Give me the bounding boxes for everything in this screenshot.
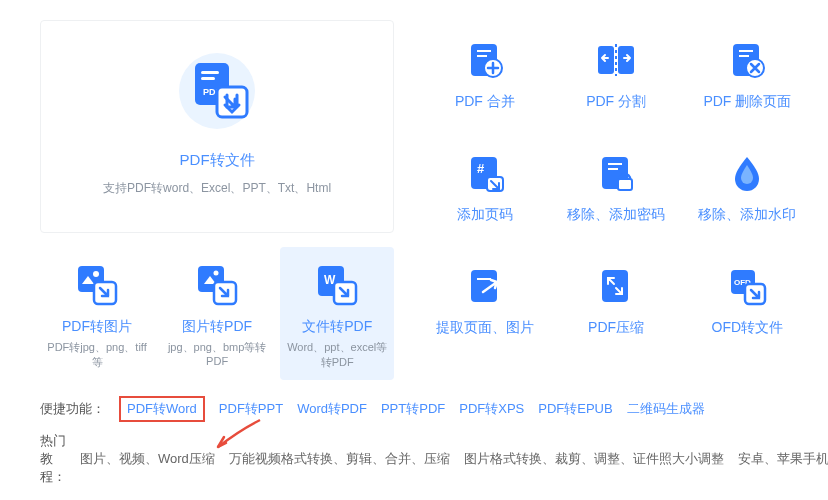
tutorial-link[interactable]: 图片、视频、Word压缩 xyxy=(80,450,215,468)
cell-label: 提取页面、图片 xyxy=(429,319,540,337)
card-subtitle: PDF转jpg、png、tiff等 xyxy=(45,340,149,370)
shortcut-qrcode[interactable]: 二维码生成器 xyxy=(627,400,705,418)
svg-rect-33 xyxy=(477,278,491,280)
shortcut-ppt-to-pdf[interactable]: PPT转PDF xyxy=(381,400,445,418)
svg-rect-22 xyxy=(739,50,753,52)
tutorials-label: 热门教程： xyxy=(40,432,66,486)
extract-card[interactable]: 提取页面、图片 xyxy=(424,246,545,349)
extract-icon xyxy=(429,261,540,311)
pdf-delete-page-card[interactable]: PDF 删除页面 xyxy=(687,20,808,123)
card-title: PDF转图片 xyxy=(45,318,149,336)
shortcuts-label: 便捷功能： xyxy=(40,400,105,418)
shortcut-word-to-pdf[interactable]: Word转PDF xyxy=(297,400,367,418)
pdf-to-image-card[interactable]: PDF转图片 PDF转jpg、png、tiff等 xyxy=(40,247,154,380)
password-icon xyxy=(560,148,671,198)
pdf-split-icon xyxy=(560,35,671,85)
tutorials-row: 热门教程： 图片、视频、Word压缩 万能视频格式转换、剪辑、合并、压缩 图片格… xyxy=(40,432,828,486)
svg-rect-16 xyxy=(477,50,491,52)
big-card-title: PDF转文件 xyxy=(61,151,373,170)
file-to-pdf-icon: W xyxy=(285,262,389,308)
cell-label: PDF 分割 xyxy=(560,93,671,111)
shortcut-pdf-to-xps[interactable]: PDF转XPS xyxy=(459,400,524,418)
pdf-to-file-icon: PDF xyxy=(61,51,373,131)
card-title: 图片转PDF xyxy=(165,318,269,336)
pdf-merge-card[interactable]: PDF 合并 xyxy=(424,20,545,123)
card-subtitle: jpg、png、bmp等转PDF xyxy=(165,340,269,367)
ofd-to-file-card[interactable]: OFD OFD转文件 xyxy=(687,246,808,349)
pdf-merge-icon xyxy=(429,35,540,85)
password-card[interactable]: 移除、添加密码 xyxy=(555,133,676,236)
pdf-compress-card[interactable]: PDF压缩 xyxy=(555,246,676,349)
tutorial-link[interactable]: 万能视频格式转换、剪辑、合并、压缩 xyxy=(229,450,450,468)
svg-rect-34 xyxy=(602,270,628,302)
shortcut-pdf-to-epub[interactable]: PDF转EPUB xyxy=(538,400,612,418)
svg-rect-2 xyxy=(201,71,219,74)
big-card-subtitle: 支持PDF转word、Excel、PPT、Txt、Html xyxy=(61,180,373,197)
pdf-compress-icon xyxy=(560,261,671,311)
shortcut-pdf-to-word[interactable]: PDF转Word xyxy=(119,396,205,422)
svg-point-10 xyxy=(214,271,219,276)
image-to-pdf-card[interactable]: 图片转PDF jpg、png、bmp等转PDF xyxy=(160,247,274,380)
cell-label: 移除、添加水印 xyxy=(692,206,803,224)
cell-label: PDF 合并 xyxy=(429,93,540,111)
tutorial-link[interactable]: 安卓、苹果手机投屏到 xyxy=(738,450,828,468)
ofd-to-file-icon: OFD xyxy=(692,261,803,311)
cell-label: PDF压缩 xyxy=(560,319,671,337)
svg-rect-30 xyxy=(608,168,618,170)
svg-text:#: # xyxy=(477,161,485,176)
shortcut-pdf-to-ppt[interactable]: PDF转PPT xyxy=(219,400,283,418)
svg-rect-19 xyxy=(598,46,614,74)
svg-rect-23 xyxy=(739,55,749,57)
svg-rect-29 xyxy=(608,163,622,165)
add-page-number-card[interactable]: # 添加页码 xyxy=(424,133,545,236)
pdf-to-image-icon xyxy=(45,262,149,308)
add-page-number-icon: # xyxy=(429,148,540,198)
shortcuts-row: 便捷功能： PDF转Word PDF转PPT Word转PDF PPT转PDF … xyxy=(40,396,828,422)
file-to-pdf-card[interactable]: W 文件转PDF Word、ppt、excel等转PDF xyxy=(280,247,394,380)
svg-point-7 xyxy=(93,271,99,277)
pdf-delete-page-icon xyxy=(692,35,803,85)
pdf-to-file-card[interactable]: PDF PDF转文件 支持PDF转word、Excel、PPT、Txt、Html xyxy=(40,20,394,233)
svg-rect-17 xyxy=(477,55,487,57)
cell-label: OFD转文件 xyxy=(692,319,803,337)
svg-rect-3 xyxy=(201,77,215,80)
cell-label: 移除、添加密码 xyxy=(560,206,671,224)
watermark-icon xyxy=(692,148,803,198)
svg-rect-20 xyxy=(618,46,634,74)
cell-label: 添加页码 xyxy=(429,206,540,224)
watermark-card[interactable]: 移除、添加水印 xyxy=(687,133,808,236)
card-subtitle: Word、ppt、excel等转PDF xyxy=(285,340,389,370)
image-to-pdf-icon xyxy=(165,262,269,308)
pdf-split-card[interactable]: PDF 分割 xyxy=(555,20,676,123)
tutorial-link[interactable]: 图片格式转换、裁剪、调整、证件照大小调整 xyxy=(464,450,724,468)
cell-label: PDF 删除页面 xyxy=(692,93,803,111)
svg-rect-31 xyxy=(618,179,632,190)
card-title: 文件转PDF xyxy=(285,318,389,336)
